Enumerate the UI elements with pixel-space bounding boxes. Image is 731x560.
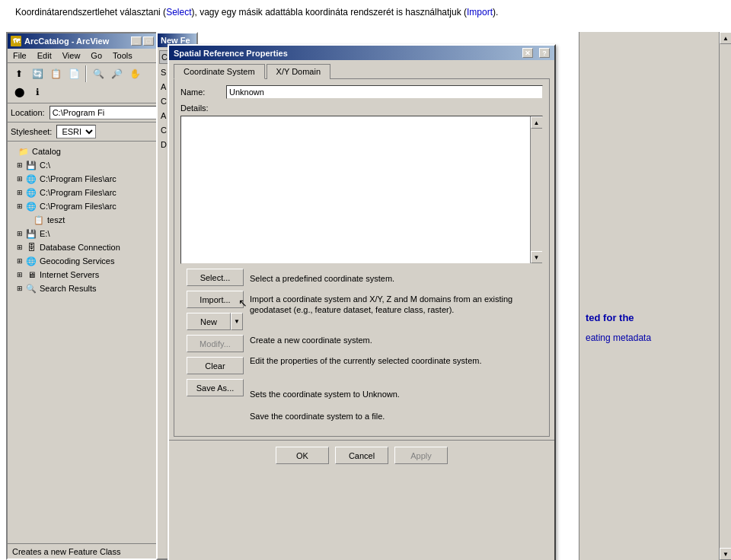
save-as-button[interactable]: Save As... — [187, 379, 244, 396]
tree-item-db[interactable]: ⊞ 🗄 Database Connection — [9, 240, 155, 254]
tree-label: Internet Servers — [40, 270, 99, 279]
menu-file[interactable]: File — [11, 50, 29, 61]
tool-zoom[interactable]: 🔎 — [108, 65, 125, 82]
tree-item-c[interactable]: ⊞ 💾 C:\ — [9, 158, 155, 172]
location-bar: Location: — [8, 103, 157, 123]
scroll-down-button[interactable]: ▼ — [531, 251, 543, 263]
tool-search[interactable]: 🔍 — [90, 65, 107, 82]
tree-item-e[interactable]: ⊞ 💾 E:\ — [9, 227, 155, 240]
tree-item-catalog[interactable]: 📁 Catalog — [9, 145, 155, 158]
new-button-group: New ▼ — [187, 313, 244, 330]
intro-middle: ), vagy egy másik adattábla koordináta r… — [191, 7, 467, 18]
descriptions-column: Select a predefined coordinate system. I… — [250, 269, 537, 425]
minimize-button[interactable]: _ — [131, 37, 142, 46]
expand-icon: ⊞ — [17, 202, 24, 210]
scroll-up-button[interactable]: ▲ — [531, 116, 543, 129]
menu-view[interactable]: View — [60, 50, 83, 61]
intro-end: ). — [493, 7, 498, 18]
maximize-button[interactable]: □ — [143, 37, 154, 46]
tool-info[interactable]: ℹ — [29, 84, 46, 100]
tab-coordinate-label: Coordinate System — [184, 67, 255, 76]
drive-icon: 💾 — [25, 228, 37, 240]
tool-paste[interactable]: 📄 — [65, 65, 82, 82]
import-link[interactable]: Import — [467, 7, 493, 18]
right-text-link: eating metadata — [586, 332, 713, 343]
stylesheet-select[interactable]: ESRI — [56, 125, 96, 138]
name-input[interactable] — [226, 85, 543, 99]
tree-item-internet[interactable]: ⊞ 🖥 Internet Servers — [9, 268, 155, 282]
globe-icon: 🌐 — [25, 173, 37, 185]
table-icon: 📋 — [33, 214, 45, 226]
toolbar: ⬆ 🔄 📋 📄 🔍 🔎 ✋ ⬤ ℹ — [8, 63, 157, 103]
cancel-button[interactable]: Cancel — [335, 447, 388, 464]
menu-go[interactable]: Go — [88, 50, 104, 61]
dialog-controls: ✕ ? — [522, 48, 550, 58]
apply-button[interactable]: Apply — [394, 447, 448, 464]
right-scroll-down[interactable]: ▼ — [720, 548, 731, 560]
tool-hand[interactable]: ✋ — [126, 65, 143, 82]
save-as-desc: Save the coordinate system to a file. — [250, 408, 537, 425]
tree-label: C:\Program Files\arc — [40, 174, 117, 183]
clear-button[interactable]: Clear — [187, 357, 244, 374]
tree-label: Database Connection — [40, 243, 120, 252]
tool-circle[interactable]: ⬤ — [11, 84, 27, 100]
clear-desc: Sets the coordinate system to Unknown. — [250, 386, 537, 403]
new-button-arrow[interactable]: ▼ — [231, 313, 243, 330]
dialog-footer: OK Cancel Apply — [169, 440, 554, 470]
name-field-row: Name: — [180, 85, 543, 99]
tree-item-teszt[interactable]: 📋 teszt — [9, 213, 155, 227]
cursor-indicator: ↖ — [238, 297, 247, 309]
new-button[interactable]: New — [187, 313, 231, 330]
menu-bar: File Edit View Go Tools — [8, 49, 157, 63]
save-as-button-label: Save As... — [196, 383, 235, 393]
tree-item-prog3[interactable]: ⊞ 🌐 C:\Program Files\arc — [9, 199, 155, 213]
modify-button[interactable]: Modify... — [187, 335, 244, 352]
arccatalog-icon: 🗺 — [11, 36, 21, 46]
menu-edit[interactable]: Edit — [35, 50, 54, 61]
details-box: ▲ ▼ — [180, 116, 543, 264]
tree-item-prog1[interactable]: ⊞ 🌐 C:\Program Files\arc — [9, 172, 155, 186]
ok-button[interactable]: OK — [276, 447, 329, 464]
dialog-tabs: Coordinate System X/Y Domain — [169, 60, 554, 78]
import-desc: Import a coordinate system and X/Y, Z an… — [250, 292, 537, 327]
tool-copy[interactable]: 📋 — [47, 65, 64, 82]
expand-icon: ⊞ — [17, 257, 24, 265]
spatial-reference-dialog: Spatial Reference Properties ✕ ? Coordin… — [168, 44, 556, 560]
tree-item-search[interactable]: ⊞ 🔍 Search Results — [9, 282, 155, 295]
location-input[interactable] — [49, 106, 161, 119]
tree-label: Search Results — [40, 284, 97, 293]
right-text-bold: ted for the — [586, 312, 713, 323]
buttons-column: Select... Import... ↖ New ▼ Modify — [187, 269, 244, 425]
buttons-area: Select... Import... ↖ New ▼ Modify — [180, 264, 543, 430]
intro-before-select: Koordinátarendszertlehet választani ( — [15, 7, 166, 18]
select-link[interactable]: Select — [166, 7, 191, 18]
name-label: Name: — [180, 88, 226, 97]
tree-label: C:\Program Files\arc — [40, 202, 117, 211]
tab-coordinate-system[interactable]: Coordinate System — [174, 64, 265, 79]
window-controls: _ □ — [131, 37, 154, 46]
import-button[interactable]: Import... ↖ — [187, 291, 244, 308]
tab-content-coordinate: Name: Details: ▲ ▼ Select... Import... — [174, 78, 550, 437]
tree-label: C:\ — [40, 161, 50, 170]
tab-xy-label: X/Y Domain — [276, 67, 321, 76]
drive-icon: 💾 — [25, 159, 37, 171]
location-label: Location: — [11, 108, 45, 117]
expand-icon: ⊞ — [17, 271, 24, 278]
select-button[interactable]: Select... — [187, 269, 244, 286]
expand-icon: ⊞ — [17, 189, 24, 196]
details-label: Details: — [180, 103, 543, 113]
tool-back[interactable]: 🔄 — [29, 65, 46, 82]
tab-xy-domain[interactable]: X/Y Domain — [267, 64, 331, 79]
geocoding-icon: 🌐 — [25, 255, 37, 267]
dialog-x-button[interactable]: ✕ — [522, 48, 533, 58]
right-scrollbar: ▲ ▼ — [719, 32, 731, 560]
right-scroll-up[interactable]: ▲ — [720, 32, 731, 44]
folder-icon: 📁 — [18, 145, 30, 158]
dialog-help-button[interactable]: ? — [539, 48, 550, 58]
menu-tools[interactable]: Tools — [110, 50, 135, 61]
tree-item-geo[interactable]: ⊞ 🌐 Geocoding Services — [9, 254, 155, 268]
tool-up[interactable]: ⬆ — [11, 65, 27, 82]
expand-icon: ⊞ — [17, 285, 24, 292]
scroll-track — [531, 129, 542, 251]
tree-item-prog2[interactable]: ⊞ 🌐 C:\Program Files\arc — [9, 186, 155, 199]
